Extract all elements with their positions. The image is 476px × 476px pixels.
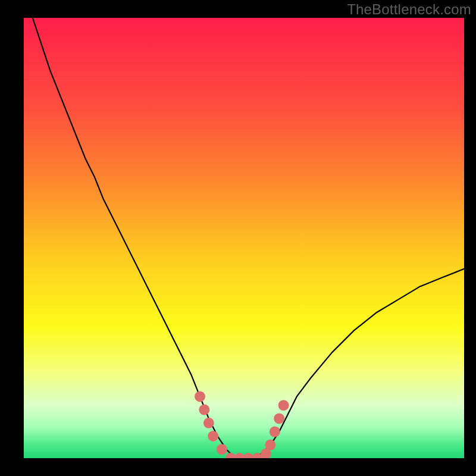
bottleneck-chart [24,18,464,458]
highlight-dot [203,418,214,428]
plot-area [24,18,464,458]
gradient-background [24,18,464,458]
chart-frame: TheBottleneck.com [0,0,476,476]
highlight-dot [278,400,289,411]
highlight-dot [208,431,218,441]
highlight-dot [265,440,275,450]
highlight-dot [274,413,284,424]
highlight-dot [199,405,209,415]
highlight-dot [195,391,205,402]
highlight-dot [217,444,227,455]
watermark-text: TheBottleneck.com [347,1,471,18]
highlight-dot [270,427,280,437]
